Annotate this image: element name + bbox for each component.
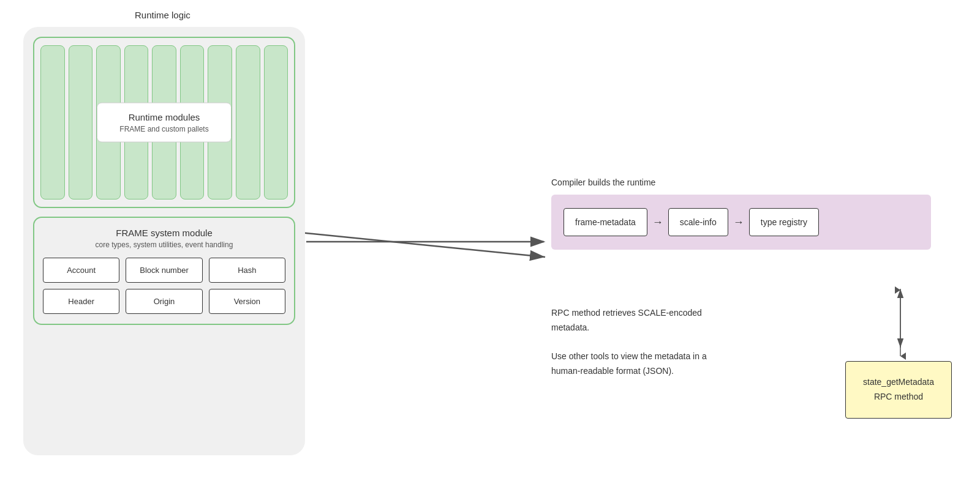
- module-col: [40, 45, 65, 199]
- pipeline-arrow-2: →: [733, 216, 744, 229]
- frame-system-box: FRAME system module core types, system u…: [33, 217, 295, 325]
- state-get-metadata-box: state_getMetadata RPC method: [845, 361, 952, 419]
- pipeline-node-type-registry: type registry: [749, 208, 819, 236]
- svg-line-3: [300, 233, 545, 257]
- runtime-logic-label: Runtime logic: [135, 10, 190, 20]
- state-get-metadata-line1: state_getMetadata: [863, 375, 934, 390]
- compiler-label: Compiler builds the runtime: [551, 177, 655, 187]
- frame-system-subtitle: core types, system utilities, event hand…: [43, 240, 285, 249]
- vertical-double-arrow: [891, 286, 910, 360]
- runtime-modules-title: Runtime modules: [112, 112, 216, 122]
- type-cell-version: Version: [209, 289, 285, 314]
- module-col: [69, 45, 93, 199]
- frame-system-title: FRAME system module: [43, 228, 285, 238]
- module-col: [236, 45, 260, 199]
- pipeline-node-frame-metadata: frame-metadata: [564, 208, 647, 236]
- runtime-modules-box: Runtime modules FRAME and custom pallets: [97, 103, 232, 143]
- pipeline-arrow-1: →: [652, 216, 663, 229]
- runtime-logic-box: Runtime modules FRAME and custom pallets…: [23, 27, 305, 455]
- type-cell-header: Header: [43, 289, 119, 314]
- type-cell-hash: Hash: [209, 258, 285, 283]
- module-col: [264, 45, 288, 199]
- type-cell-origin: Origin: [126, 289, 202, 314]
- type-cell-account: Account: [43, 258, 119, 283]
- modules-area: Runtime modules FRAME and custom pallets: [33, 37, 295, 208]
- compiler-box: frame-metadata → scale-info → type regis…: [551, 195, 931, 250]
- type-grid: Account Block number Hash Header Origin …: [43, 258, 285, 314]
- type-cell-blocknumber: Block number: [126, 258, 202, 283]
- state-get-metadata-line2: RPC method: [863, 390, 934, 405]
- rpc-text: RPC method retrieves SCALE-encoded metad…: [551, 306, 707, 379]
- pipeline-node-scale-info: scale-info: [668, 208, 728, 236]
- runtime-modules-subtitle: FRAME and custom pallets: [112, 125, 216, 133]
